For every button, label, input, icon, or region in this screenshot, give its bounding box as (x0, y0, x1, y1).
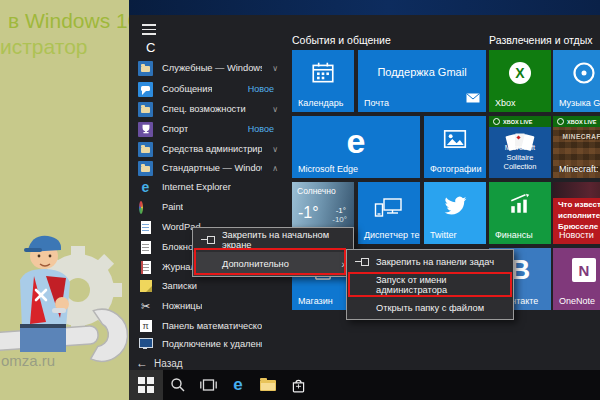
folder-icon (138, 61, 153, 76)
xbox-logo: X (489, 60, 551, 86)
mascot-illustration (0, 228, 129, 400)
new-badge: Новое (248, 84, 274, 94)
folder-icon (138, 142, 153, 157)
weather-condition: Солнечно (297, 186, 336, 196)
task-view-button[interactable] (193, 370, 223, 400)
desktop-wallpaper (129, 0, 600, 15)
xbox-ball-icon (557, 118, 564, 125)
chevron-down-icon[interactable]: ∨ (272, 64, 278, 73)
weather-high: -1° (336, 206, 346, 215)
app-list-item-sluzhebnye-windows[interactable]: Служебные — Windows ∨ (138, 58, 288, 78)
chevron-up-icon[interactable]: ∧ (272, 164, 278, 173)
folder-icon (138, 102, 153, 117)
paint-palette-icon (138, 200, 153, 215)
app-list-item-sport[interactable]: Спорт Новое (138, 119, 288, 139)
hamburger-menu-button[interactable] (142, 24, 156, 35)
pin-icon (201, 235, 216, 245)
search-icon (170, 377, 186, 393)
weather-low: -10° (332, 215, 347, 224)
mail-envelope-icon (466, 89, 480, 107)
back-button[interactable]: ← Назад (136, 356, 183, 370)
app-list-item-remote-desktop[interactable]: Подключение к удаленному р... (138, 334, 288, 354)
context-menu: Закрепить на начальном экране Дополнител… (192, 227, 354, 277)
taskbar-file-explorer-button[interactable] (253, 370, 283, 400)
taskbar-edge-button[interactable]: e (223, 370, 253, 400)
wordpad-document-icon (138, 220, 153, 235)
taskbar-search-button[interactable] (163, 370, 193, 400)
tile-phone-companion[interactable]: Диспетчер те... (358, 182, 420, 244)
scissors-icon: ✂ (138, 299, 153, 314)
xbox-live-banner: XBOX LIVE (489, 116, 551, 127)
math-input-icon: π (138, 319, 153, 334)
banner-title-line1: в Windows 10 · (8, 8, 129, 34)
watermark-text: omza.ru (1, 352, 55, 369)
app-list-item-internet-explorer[interactable]: e Internet Explorer (138, 177, 288, 197)
app-list-item-nozhnitsy[interactable]: ✂ Ножницы (138, 296, 288, 316)
tile-group-title-entertainment[interactable]: Развлечения и отдых (489, 34, 593, 46)
app-list-item-soobshcheniya[interactable]: Сообщения Новое (138, 79, 288, 99)
app-list-item-sredstva-administrirovaniya[interactable]: Средства администрирован... ∨ (138, 139, 288, 159)
messaging-icon (138, 82, 153, 97)
finance-chart-icon (489, 192, 551, 216)
menu-item-pin-to-start[interactable]: Закрепить на начальном экране (193, 228, 353, 252)
news-headline: Что извест исполните Брюсселе (558, 200, 600, 232)
tile-solitaire[interactable]: XBOX LIVE Microsoft Solitaire Collection (489, 116, 551, 178)
tile-mail[interactable]: Поддержка Gmail Почта (358, 50, 486, 112)
app-list-item-paint[interactable]: Paint (138, 197, 288, 217)
app-list-item-zapiski[interactable]: Записки (138, 276, 288, 296)
svg-text:X: X (515, 65, 525, 81)
app-list-item-spec-vozmozhnosti[interactable]: Спец. возможности ∨ (138, 99, 288, 119)
tile-xbox[interactable]: X Xbox (489, 50, 551, 112)
tile-minecraft[interactable]: XBOX LIVE MINECRAFT Minecraft: W (553, 116, 600, 178)
tile-microsoft-edge[interactable]: e Microsoft Edge (292, 116, 420, 178)
internet-explorer-icon: e (138, 180, 153, 195)
xbox-ball-icon (493, 118, 500, 125)
twitter-bird-icon (424, 194, 486, 218)
menu-item-more[interactable]: Дополнительно › (193, 252, 353, 276)
menu-item-pin-to-taskbar[interactable]: Закрепить на панели задач (347, 250, 513, 273)
menu-item-run-as-administrator[interactable]: Запуск от имени администратора (347, 273, 513, 296)
tile-finance[interactable]: Финансы (489, 182, 551, 244)
tile-onenote[interactable]: N OneNote (553, 248, 600, 310)
file-explorer-icon (260, 380, 276, 391)
tile-twitter[interactable]: Twitter (424, 182, 486, 244)
taskbar: e (129, 370, 600, 400)
screenshot-root: в Windows 10 · истратор (0, 0, 600, 400)
photos-icon (424, 126, 486, 152)
windows-logo-icon (138, 377, 154, 393)
task-view-icon (200, 378, 217, 392)
remote-desktop-icon (138, 337, 153, 352)
store-icon (290, 377, 307, 394)
journal-document-icon (138, 260, 153, 275)
tile-group-title-events[interactable]: События и общение (292, 34, 391, 46)
weather-temperature: -1° (298, 204, 319, 222)
tile-news[interactable]: Что извест исполните Брюсселе Новости (553, 182, 600, 244)
tile-groove-music[interactable]: Музыка Groove (553, 50, 600, 112)
app-list-item-math-input[interactable]: π Панель математического ввода (138, 316, 288, 336)
folder-icon (138, 161, 153, 176)
minecraft-logo: MINECRAFT (553, 133, 600, 140)
app-list-item-standartnye-windows[interactable]: Стандартные — Windows ∧ (138, 158, 288, 178)
pin-icon (355, 257, 370, 267)
edge-logo: e (292, 122, 420, 161)
back-arrow-icon: ← (136, 356, 148, 370)
start-button[interactable] (129, 370, 163, 400)
tile-calendar[interactable]: Календарь (292, 50, 354, 112)
tutorial-banner: в Windows 10 · истратор (0, 0, 129, 400)
groove-music-icon (553, 60, 600, 86)
chevron-down-icon[interactable]: ∨ (272, 145, 278, 154)
edge-icon: e (233, 375, 242, 395)
taskbar-store-button[interactable] (283, 370, 313, 400)
xbox-live-banner: XBOX LIVE (553, 116, 600, 127)
notepad-document-icon (138, 240, 153, 255)
chevron-down-icon[interactable]: ∨ (272, 105, 278, 114)
app-list-section-letter[interactable]: С (146, 40, 155, 55)
menu-item-open-file-location[interactable]: Открыть папку с файлом (347, 296, 513, 319)
context-submenu: Закрепить на панели задач Запуск от имен… (346, 249, 514, 320)
tile-photos[interactable]: Фотографии (424, 116, 486, 178)
sticky-note-icon (138, 279, 153, 294)
solitaire-label: Microsoft Solitaire Collection (489, 143, 551, 172)
phone-companion-icon (358, 196, 420, 220)
banner-title-line2: истратор (0, 34, 129, 60)
onenote-logo: N (553, 258, 600, 282)
